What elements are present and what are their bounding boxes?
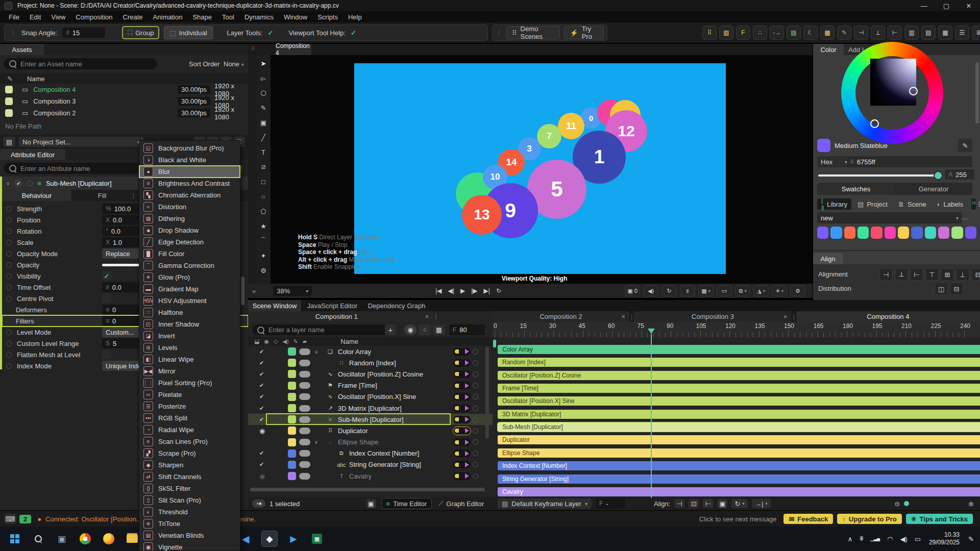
eye-icon[interactable]: ◉: [259, 472, 267, 480]
layer-row-oscillator-position-z-cosine[interactable]: ✔∿Oscillator [Position.Z] Cosine: [248, 368, 493, 380]
timeline-bar-cavalry[interactable]: Cavalry: [498, 487, 980, 496]
output-connector[interactable]: [465, 417, 469, 422]
shape-star-tool-icon[interactable]: ✦: [257, 249, 270, 262]
menu-dynamics[interactable]: Dynamics: [240, 12, 278, 22]
filter-menu-item-shift-channels[interactable]: ⇄Shift Channels: [139, 471, 240, 483]
filter-menu-item-posterize[interactable]: ☰Posterize: [139, 400, 240, 412]
output-connector[interactable]: [465, 440, 469, 445]
output-connector[interactable]: [465, 360, 469, 365]
sv-selector[interactable]: [909, 87, 918, 95]
tray-caret-icon[interactable]: ∧: [848, 535, 853, 543]
timeline-bar-sub-mesh-duplicator-[interactable]: Sub-Mesh [Duplicator]: [498, 422, 980, 432]
output-connector[interactable]: [465, 462, 469, 467]
battery-icon[interactable]: ▭: [915, 535, 921, 543]
enabled-check-icon[interactable]: ✔: [259, 416, 267, 423]
hue-selector[interactable]: [870, 119, 879, 128]
enabled-check-icon[interactable]: ✔: [14, 179, 22, 187]
connection-circle[interactable]: [473, 371, 478, 377]
pen-tool-icon[interactable]: ✎: [257, 102, 270, 114]
layer-row-index-context-number-[interactable]: ✔⧉Index Context [Number]: [248, 448, 493, 459]
align-mid-button[interactable]: ⊡: [689, 499, 699, 508]
try-pro-button[interactable]: ⚡ Try Pro: [564, 26, 604, 39]
firefox-icon[interactable]: [101, 531, 116, 546]
connection-pill[interactable]: [453, 472, 471, 480]
filter-menu-item-black-and-white[interactable]: ◑Black and White: [139, 154, 240, 166]
tray-chart-icon[interactable]: ▁▃▅: [871, 537, 880, 541]
filter-menu-item-sksl-filter[interactable]: {}SkSL Filter: [139, 483, 240, 494]
menu-animation[interactable]: Animation: [149, 12, 187, 22]
input-connector[interactable]: [455, 463, 459, 467]
timeline-bar-color-array[interactable]: Color Array: [498, 345, 980, 354]
eye-icon[interactable]: ◉: [259, 427, 267, 435]
scrollbar-thumb[interactable]: [975, 62, 979, 123]
attribute-checkbox-on[interactable]: ✓: [102, 271, 111, 281]
list-icon[interactable]: ☰: [955, 26, 969, 40]
align-start-button[interactable]: ⊣: [674, 499, 684, 508]
start-button[interactable]: [7, 531, 22, 546]
input-connector[interactable]: [455, 440, 459, 444]
color-swatch[interactable]: [885, 227, 896, 239]
filter-menu-item-levels[interactable]: ılıLevels: [139, 342, 240, 354]
connection-pill[interactable]: [453, 427, 471, 435]
select-tool-icon[interactable]: ➤: [257, 57, 270, 69]
expand-icon[interactable]: »: [252, 287, 256, 295]
color-swatch[interactable]: [857, 227, 869, 239]
color-swatch[interactable]: [911, 227, 922, 239]
align-center-icon[interactable]: ⟂: [871, 26, 885, 40]
keyframe-dot[interactable]: [6, 363, 12, 369]
layer-row-cavalry[interactable]: ◉TCavalry: [248, 470, 493, 482]
color-swatch[interactable]: [898, 227, 909, 239]
tab-swatches[interactable]: Swatches: [817, 183, 895, 195]
layer-row-color-array[interactable]: ✔∨❏Color Array: [248, 346, 493, 357]
canvas-circle[interactable]: 13: [462, 195, 502, 235]
keyframe-dot[interactable]: [6, 206, 12, 212]
zoom-out-icon[interactable]: ⊖: [894, 500, 900, 508]
solo-dot[interactable]: [27, 181, 33, 186]
color-swatch[interactable]: [830, 227, 842, 239]
play-button[interactable]: ▶: [458, 287, 467, 294]
pen-icon[interactable]: ✎: [837, 26, 851, 40]
zoom-in-icon[interactable]: ⊕: [968, 500, 974, 508]
zoom-handle[interactable]: [904, 501, 909, 506]
viewport-canvas-area[interactable]: 0117314101215913 ➤▻⬡✎▣╱T⧄□○⬠★⌒✦⚙ Hold S …: [256, 55, 813, 284]
grid-icon[interactable]: ▦: [938, 26, 952, 40]
input-connector[interactable]: [455, 429, 459, 433]
scene-swatches-button[interactable]: 🗎Scene: [894, 198, 930, 210]
frame-field[interactable]: F 80: [449, 324, 485, 335]
menu-create[interactable]: Create: [118, 12, 148, 22]
filter-group-button[interactable]: ▦: [433, 324, 445, 335]
color-swatch[interactable]: [844, 227, 855, 239]
timeline-bar-3d-matrix-duplicator-[interactable]: 3D Matrix [Duplicator]: [498, 410, 980, 419]
tab-generator[interactable]: Generator: [895, 183, 972, 195]
skew-tool-icon[interactable]: ⧄: [257, 161, 270, 173]
lock-icon[interactable]: ⬓: [254, 338, 259, 345]
input-connector[interactable]: [455, 406, 459, 410]
filter-menu-item-edge-detection[interactable]: ╱Edge Detection: [139, 236, 240, 248]
timeline-bar-oscillator-position-z-cosine[interactable]: Oscillator [Position.Z] Cosine: [498, 371, 980, 380]
layer-color-swatch[interactable]: [288, 438, 296, 446]
connection-circle[interactable]: [473, 349, 478, 355]
columns-icon[interactable]: ▥: [904, 26, 919, 40]
output-connector[interactable]: [465, 473, 469, 479]
crescent-icon[interactable]: ☾: [803, 26, 818, 40]
layer-color-swatch[interactable]: [288, 415, 296, 423]
attribute-checkbox-off[interactable]: [102, 350, 111, 359]
layer-color-swatch[interactable]: [288, 370, 296, 378]
rectangle-tool-icon[interactable]: □: [257, 176, 270, 188]
alpha-slider-handle[interactable]: [934, 171, 943, 180]
snap-keys-button[interactable]: ▣: [717, 499, 727, 508]
box-icon[interactable]: ◇: [274, 338, 278, 345]
loop-mode-select[interactable]: ↻ ▾: [731, 499, 747, 508]
cube-icon[interactable]: ▧: [719, 26, 733, 40]
output-connector[interactable]: [465, 349, 469, 354]
filter-menu-item-pixelate[interactable]: ∺Pixelate: [139, 389, 240, 400]
layer-color-swatch[interactable]: [288, 382, 296, 390]
filter-visible-button[interactable]: ◉: [404, 324, 416, 335]
timeline-bar-string-generator-string-[interactable]: String Generator [String]: [498, 474, 980, 484]
eyedropper-button[interactable]: ✎: [958, 139, 972, 152]
enabled-check-icon[interactable]: ✔: [259, 393, 267, 400]
color-swatch[interactable]: [938, 227, 949, 239]
tag-toggle[interactable]: [299, 439, 310, 445]
next-frame-button[interactable]: |▶: [469, 287, 479, 294]
filter-menu-item-dithering[interactable]: ▨Dithering: [139, 213, 240, 224]
